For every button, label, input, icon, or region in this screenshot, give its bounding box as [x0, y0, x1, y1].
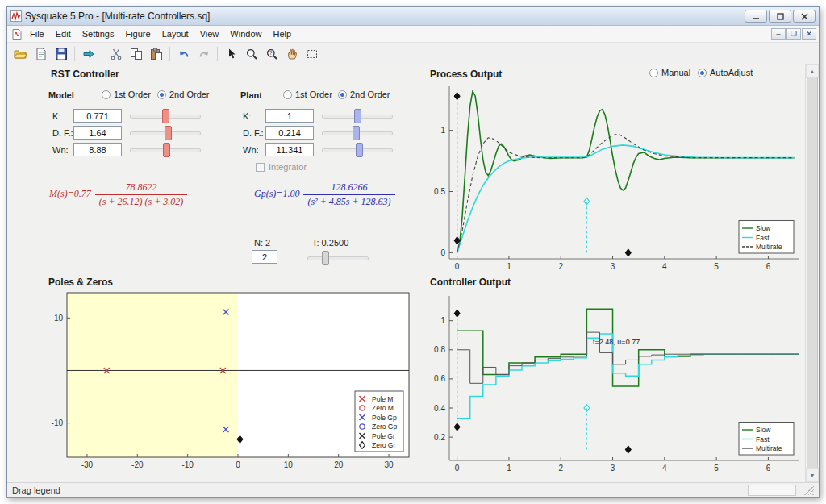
model-df-slider[interactable] [130, 126, 201, 139]
plant-1st-order-radio[interactable]: 1st Order [283, 90, 332, 99]
plant-df-label: D. F.: [243, 128, 264, 138]
svg-text:0.2: 0.2 [434, 433, 445, 442]
svg-text:10: 10 [284, 460, 294, 469]
svg-text:20: 20 [334, 460, 344, 469]
child-close-button[interactable]: ✕ [802, 28, 816, 40]
menu-item[interactable]: File [24, 27, 50, 40]
svg-text:1: 1 [440, 316, 445, 325]
plant-wn-label: Wn: [243, 145, 259, 155]
open-icon[interactable] [11, 45, 30, 63]
zoom-tool-icon[interactable] [242, 45, 261, 63]
menu-item[interactable]: Figure [119, 27, 156, 40]
child-restore-button[interactable]: ❐ [786, 28, 801, 40]
svg-text:0.5: 0.5 [434, 187, 445, 196]
svg-text:Zero Gp: Zero Gp [372, 423, 397, 431]
model-1st-order-radio[interactable]: 1st Order [102, 90, 151, 99]
marquee-select-tool-icon[interactable] [302, 45, 321, 63]
svg-text:Pole M: Pole M [372, 395, 393, 403]
open-document-icon[interactable] [31, 45, 50, 63]
svg-text:0: 0 [440, 248, 445, 257]
svg-text:0: 0 [455, 464, 460, 473]
zoom-help-tool-icon[interactable]: ? [262, 45, 281, 63]
menu-item[interactable]: Edit [50, 27, 77, 40]
svg-text:0: 0 [236, 460, 240, 469]
scrollbar-thumb[interactable] [807, 77, 818, 469]
model-wn-slider[interactable] [130, 143, 201, 156]
svg-text:0: 0 [455, 262, 460, 271]
child-minimize-button[interactable]: – [771, 28, 786, 40]
controller-output-plot[interactable]: 01234560.20.40.60.81t=2.48, u=0.77SlowFa… [428, 291, 807, 475]
t-slider[interactable] [307, 251, 369, 264]
radio-circle-icon [649, 69, 658, 77]
svg-text:-10: -10 [181, 460, 194, 469]
manual-radio[interactable]: Manual [649, 68, 690, 77]
model-k-slider[interactable] [130, 109, 201, 122]
pan-hand-tool-icon[interactable] [282, 45, 301, 63]
model-k-input[interactable] [73, 109, 122, 123]
plant-wn-input[interactable] [265, 143, 314, 156]
radio-circle-icon [338, 90, 347, 99]
menu-item[interactable]: Window [224, 27, 267, 40]
integrator-checkbox[interactable]: Integrator [256, 162, 307, 172]
autoadjust-radio[interactable]: AutoAdjust [698, 68, 753, 77]
plant-transfer-function: Gp(s)=1.00128.6266(s² + 4.85s + 128.63) [254, 181, 395, 208]
svg-text:4: 4 [662, 464, 667, 473]
radio-circle-icon [283, 90, 292, 99]
svg-text:1: 1 [440, 126, 445, 135]
status-bar: Drag legend [7, 482, 819, 497]
model-df-label: D. F.: [52, 128, 73, 138]
model-wn-label: Wn: [52, 145, 69, 155]
svg-text:Fast: Fast [756, 435, 770, 444]
application-window: Sysquake 5 Pro - [Multi-rate Controllers… [6, 6, 820, 498]
plant-wn-slider[interactable] [322, 143, 393, 156]
paste-icon[interactable] [147, 45, 165, 63]
model-2nd-order-radio[interactable]: 2nd Order [157, 90, 210, 99]
menu-item[interactable]: Settings [77, 27, 120, 40]
n-input[interactable] [252, 250, 277, 264]
svg-text:Multirate: Multirate [756, 444, 782, 452]
plant-2nd-order-radio[interactable]: 2nd Order [338, 90, 390, 99]
undo-icon[interactable] [174, 45, 193, 63]
svg-text:0.8: 0.8 [434, 345, 445, 354]
toolbar: ? [7, 43, 819, 65]
close-button[interactable] [793, 10, 816, 23]
click-tool-icon[interactable] [222, 45, 240, 63]
plant-df-slider[interactable] [322, 126, 393, 139]
cut-icon[interactable] [106, 45, 125, 63]
plant-df-input[interactable] [265, 126, 314, 140]
svg-text:6: 6 [766, 464, 771, 473]
copy-icon[interactable] [127, 45, 145, 63]
model-wn-input[interactable] [73, 143, 122, 156]
svg-text:-30: -30 [81, 460, 94, 469]
svg-text:4: 4 [662, 262, 667, 271]
resize-grip[interactable] [804, 485, 814, 495]
plant-k-slider[interactable] [322, 109, 393, 122]
maximize-button[interactable] [769, 10, 791, 23]
run-arrow-icon[interactable] [79, 45, 98, 63]
menu-item[interactable]: View [194, 27, 225, 40]
menu-item[interactable]: Layout [156, 27, 194, 40]
status-cell [748, 485, 796, 496]
menu-item[interactable]: Help [267, 27, 297, 40]
model-transfer-function: M(s)=0.7778.8622(s + 26.12) (s + 3.02) [49, 181, 187, 208]
process-output-title: Process Output [430, 69, 502, 80]
model-k-label: K: [52, 111, 60, 121]
document-icon [12, 29, 22, 40]
radio-circle-icon [698, 69, 707, 77]
vertical-scrollbar[interactable]: ▲ ▼ [805, 64, 819, 482]
plant-k-label: K: [243, 111, 251, 121]
svg-text:6: 6 [766, 262, 771, 271]
minimize-button[interactable] [745, 10, 767, 23]
process-output-plot[interactable]: 012345600.51SlowFastMultirate [428, 80, 807, 273]
svg-text:?: ? [269, 50, 272, 56]
redo-icon[interactable] [194, 45, 213, 63]
title-bar[interactable]: Sysquake 5 Pro - [Multi-rate Controllers… [7, 7, 819, 26]
svg-text:1: 1 [507, 464, 511, 473]
plant-k-input[interactable] [265, 109, 314, 123]
svg-text:0.6: 0.6 [434, 374, 445, 383]
save-icon[interactable] [52, 45, 70, 63]
poles-zeros-plot[interactable]: -30-20-100102030-1010Pole MZero MPole Gp… [43, 289, 414, 472]
scroll-down-icon[interactable]: ▼ [806, 468, 819, 482]
model-df-input[interactable] [73, 126, 122, 140]
svg-text:Pole Gp: Pole Gp [372, 414, 397, 422]
